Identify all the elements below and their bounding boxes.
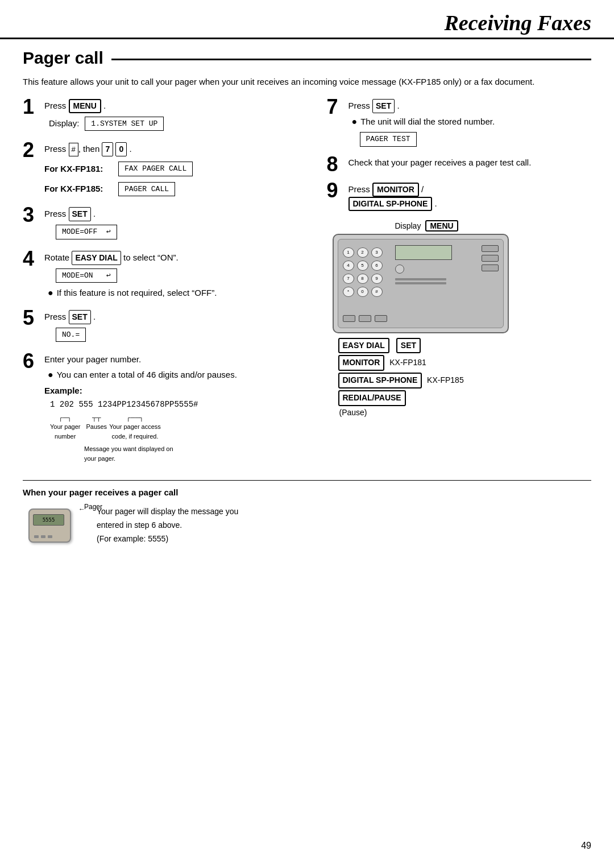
brace-3: ┌──┐ Your pager accesscode, if required. [109, 413, 161, 441]
step-6-text: Enter your pager number. [44, 354, 141, 364]
step-2: 2 Press #, then 7 0 . For KX-FP181: FAX … [23, 142, 316, 199]
section-title-bar: Pager call [0, 39, 614, 68]
step-7-display-row: PAGER TEST [360, 130, 592, 148]
easy-dial-key-4: EASY DIAL [72, 251, 121, 265]
step-7-number: 7 [327, 97, 349, 117]
monitor-row: MONITOR KX-FP181 [338, 355, 592, 371]
brace-2: ┬┬ Pauses [86, 413, 107, 432]
bullet-dot-7: ● [352, 115, 358, 128]
kx181-label: For KX-FP181: [44, 163, 118, 176]
brace-2-top: ┬┬ [92, 413, 101, 423]
key-7: 7 [102, 142, 113, 156]
right-btn-1 [482, 245, 499, 252]
bottom-row-btns [343, 315, 387, 322]
key-1: 1 [343, 247, 354, 258]
brace-2-label: Pauses [86, 422, 107, 432]
pager-btn-3 [48, 535, 52, 538]
step-6: 6 Enter your pager number. ● You can ent… [23, 353, 316, 463]
page-title: Receiving Faxes [23, 10, 591, 35]
display-label: Display: [49, 117, 79, 130]
step-3-content: Press SET . MODE=OFF ↩ [44, 207, 316, 243]
example-section: Example: 1 202 555 1234PP12345678PP5555#… [44, 385, 316, 463]
display-label-diagram: Display [395, 221, 421, 230]
step-8: 8 Check that your pager receives a pager… [327, 156, 592, 175]
step-3: 3 Press SET . MODE=OFF ↩ [23, 207, 316, 243]
step-4-number: 4 [23, 249, 44, 269]
right-btn-3 [482, 264, 499, 271]
brace-diagram: ┌─┐ Your pagernumber ┬┬ Pauses ┌──┐ Your… [50, 413, 316, 464]
step-7-content: Press SET . ● The unit will dial the sto… [349, 99, 592, 148]
when-pager-section: When your pager receives a pager call 55… [0, 481, 614, 554]
monitor-model: KX-FP181 [389, 358, 426, 367]
step-4: 4 Rotate EASY DIAL to select “ON”. MODE=… [23, 251, 316, 302]
set-key-diagram: SET [396, 338, 421, 354]
brace-1: ┌─┐ Your pagernumber [50, 413, 80, 441]
step-1-display-row: Display: 1.SYSTEM SET UP [49, 115, 316, 133]
step-4-content: Rotate EASY DIAL to select “ON”. MODE=ON… [44, 251, 316, 302]
key-hash: # [371, 287, 383, 297]
kx185-label: For KX-FP185: [44, 183, 118, 196]
when-pager-desc-3: (For example: 5555) [97, 532, 238, 546]
when-pager-title: When your pager receives a pager call [23, 487, 591, 497]
step-8-number: 8 [327, 154, 349, 175]
step-2-content: Press #, then 7 0 . For KX-FP181: FAX PA… [44, 142, 316, 199]
step-2-text-pre: Press [44, 144, 69, 154]
fax-diagram-section: Display MENU 1 2 3 4 5 6 7 8 [333, 220, 592, 420]
pager-screen: 5555 [33, 514, 64, 526]
step-7-display: PAGER TEST [360, 132, 417, 147]
intro-text: This feature allows your unit to call yo… [23, 76, 591, 89]
example-label: Example: [44, 385, 316, 398]
step-6-number: 6 [23, 351, 44, 371]
kx181-display: FAX PAGER CALL [118, 162, 193, 176]
digital-sp-key-9: DIGITAL SP-PHONE [349, 197, 433, 211]
bottom-btn-3 [375, 315, 387, 322]
step-5-display-row: NO.= [56, 326, 316, 344]
when-pager-desc-1: Your pager will display the message you [97, 505, 238, 519]
menu-label-diagram: MENU [425, 220, 458, 232]
digital-sp-diagram-label: DIGITAL SP-PHONE [338, 373, 422, 388]
digital-sp-model: KX-FP185 [427, 375, 464, 385]
step-7-bullet-text: The unit will dial the stored number. [360, 115, 495, 129]
step-1-period: . [101, 101, 106, 110]
key-5: 5 [357, 261, 368, 271]
step-1-display: 1.SYSTEM SET UP [85, 117, 164, 131]
easy-dial-set-row: EASY DIAL SET [338, 338, 592, 354]
step-3-display-row: MODE=OFF ↩ [56, 223, 316, 241]
step-1-number: 1 [23, 97, 44, 117]
step-7: 7 Press SET . ● The unit will dial the s… [327, 99, 592, 148]
pause-row: (Pause) [339, 406, 592, 420]
step-5-display: NO.= [56, 328, 86, 342]
right-btn-2 [482, 255, 499, 262]
kx185-display: PAGER CALL [118, 182, 175, 197]
digital-sp-row: DIGITAL SP-PHONE KX-FP185 [338, 373, 592, 388]
step-9: 9 Press MONITOR / DIGITAL SP-PHONE . [327, 183, 592, 211]
step-9-text-pre: Press [349, 184, 373, 194]
step-5-number: 5 [23, 308, 44, 328]
step-3-number: 3 [23, 205, 44, 225]
col-right: 7 Press SET . ● The unit will dial the s… [327, 99, 592, 472]
step-7-bullet: ● The unit will dial the stored number. [352, 115, 592, 129]
right-buttons [482, 245, 499, 271]
easy-dial-diagram-label: EASY DIAL [338, 338, 389, 354]
pager-btn-1 [34, 535, 39, 538]
fax-screen [395, 245, 452, 260]
step-8-content: Check that your pager receives a pager t… [349, 156, 592, 170]
step-2-number: 2 [23, 140, 44, 160]
col-left: 1 Press MENU . Display: 1.SYSTEM SET UP … [23, 99, 316, 472]
step-5: 5 Press SET . NO.= [23, 310, 316, 346]
steps-columns: 1 Press MENU . Display: 1.SYSTEM SET UP … [23, 99, 591, 472]
step-9-text-mid: / [419, 184, 424, 194]
step-5-content: Press SET . NO.= [44, 310, 316, 346]
key-6: 6 [371, 261, 383, 271]
pager-label: Pager [84, 503, 102, 511]
brace-4-label: Message you want displayed onyour pager. [84, 444, 316, 463]
pager-device: 5555 ← Pager [23, 503, 85, 554]
step-9-number: 9 [327, 180, 349, 201]
when-pager-desc-2: entered in step 6 above. [97, 519, 238, 532]
key-2: 2 [357, 247, 368, 258]
step-4-bullet: ● If this feature is not required, selec… [48, 287, 316, 300]
section-title: Pager call [23, 48, 103, 68]
diagram-top-labels: Display MENU [395, 220, 592, 232]
redial-row: REDIAL/PAUSE [338, 390, 592, 406]
step-4-text-pre: Rotate [44, 253, 72, 262]
